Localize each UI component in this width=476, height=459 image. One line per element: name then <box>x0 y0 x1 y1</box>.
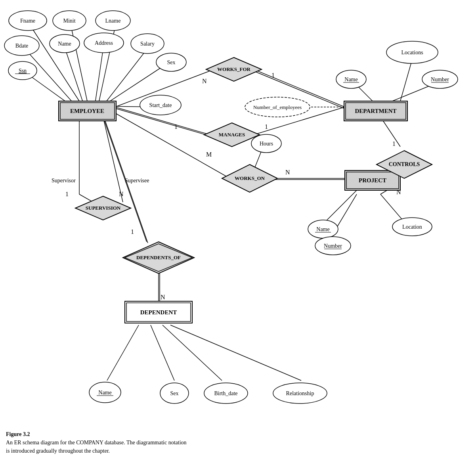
controls-label: CONTROLS <box>389 161 420 167</box>
project-entity-label: PROJECT <box>359 177 386 184</box>
employee-entity-label: EMPLOYEE <box>70 108 104 114</box>
svg-line-38 <box>162 325 222 381</box>
dependent-entity-label: DEPENDENT <box>140 309 177 316</box>
birth-date-attr: Birth_date <box>214 390 237 396</box>
works-for-1-label: 1 <box>271 72 275 78</box>
svg-line-39 <box>170 325 301 381</box>
dependents-n-label: N <box>161 294 165 300</box>
manages-label: MANAGES <box>219 132 245 138</box>
supervision-n-label: N <box>119 191 124 197</box>
address-attr: Address <box>95 40 113 46</box>
caption-line2: is introduced gradually throughout the c… <box>6 448 110 454</box>
figure-caption: Figure 3.2 An ER schema diagram for the … <box>6 430 283 455</box>
supervision-1-label: 1 <box>65 191 69 197</box>
svg-line-9 <box>115 113 230 178</box>
supervision-label: SUPERVISION <box>86 205 121 211</box>
supervisor-label: Supervisor <box>52 178 76 184</box>
caption-line1: An ER schema diagram for the COMPANY dat… <box>6 440 187 446</box>
supervisee-label: Supervisee <box>125 178 149 184</box>
department-entity-label: DEPARTMENT <box>355 108 396 114</box>
controls-1-label: 1 <box>392 140 396 147</box>
svg-line-37 <box>151 325 174 381</box>
salary-attr: Salary <box>140 41 155 47</box>
svg-line-8 <box>103 117 123 202</box>
fname-attr: Fname <box>20 18 35 24</box>
location-attr: Location <box>402 224 422 230</box>
works-on-m-label: M <box>206 151 212 158</box>
works-for-n-label: N <box>202 78 207 84</box>
svg-line-32 <box>105 50 147 103</box>
dependents-1-label: 1 <box>131 228 134 235</box>
emp-name-attr: Name <box>58 41 71 47</box>
relationship-attr: Relationship <box>286 390 314 396</box>
works-for-label: WORKS_FOR <box>217 66 250 72</box>
svg-line-31 <box>95 50 103 103</box>
bdate-attr: Bdate <box>15 43 29 49</box>
svg-line-19 <box>325 190 357 222</box>
lname-attr: Lname <box>105 18 121 24</box>
sex-emp-attr: Sex <box>167 59 176 65</box>
dept-number-attr: Number <box>431 76 449 82</box>
ssn-attr: Ssn <box>19 68 27 74</box>
dependents-of-label: DEPENDENTS_OF <box>136 254 181 260</box>
proj-name-attr: Name <box>316 226 329 232</box>
er-diagram-svg: N 1 1 1 M N Supervisor 1 Supervisee N 1 … <box>0 0 476 428</box>
svg-line-21 <box>380 194 404 222</box>
svg-line-36 <box>107 325 139 381</box>
svg-line-30 <box>65 50 83 103</box>
dept-name-attr: Name <box>344 76 357 82</box>
start-date-attr: Start_date <box>149 102 172 108</box>
minit-attr: Minit <box>63 18 75 24</box>
svg-line-14 <box>380 117 400 147</box>
works-on-n-label: N <box>285 169 290 176</box>
proj-number-attr: Number <box>324 243 342 249</box>
works-on-label: WORKS_ON <box>235 175 265 181</box>
svg-line-22 <box>400 59 412 101</box>
locations-attr: Locations <box>401 50 423 55</box>
er-diagram-container: N 1 1 1 M N Supervisor 1 Supervisee N 1 … <box>0 0 476 428</box>
manages-1-emp-label: 1 <box>174 123 178 130</box>
figure-label: Figure 3.2 <box>6 431 30 437</box>
num-employees-attr: Number_of_employees <box>253 104 302 110</box>
dep-sex-attr: Sex <box>170 390 179 396</box>
dep-name-attr: Name <box>98 390 111 396</box>
hours-attr: Hours <box>260 141 273 147</box>
manages-1-dept-label: 1 <box>265 123 268 130</box>
